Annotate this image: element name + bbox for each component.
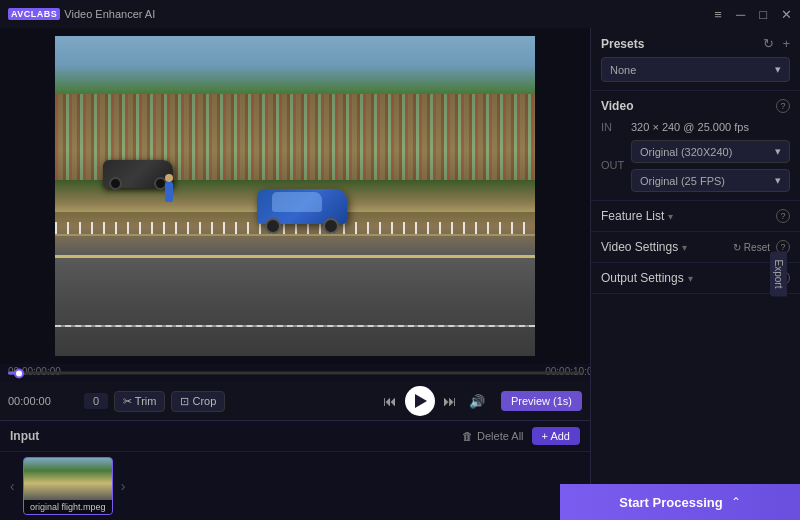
timeline-bar[interactable]: 00:00:00:00 00:00:10:08	[0, 364, 590, 382]
car-blue-wheel-rear	[265, 218, 281, 234]
output-settings-title: Output Settings	[601, 271, 684, 285]
input-header: Input 🗑 Delete All + Add	[0, 421, 590, 452]
fps-chevron-icon: ▾	[775, 174, 781, 187]
track-line-3	[55, 325, 535, 327]
titlebar: AVCLABS Video Enhancer AI ≡ ─ □ ✕	[0, 0, 800, 28]
right-panel: Presets ↻ + None ▾ Video ? IN 320 × 240 …	[590, 28, 800, 520]
refresh-icon[interactable]: ↻	[763, 36, 774, 51]
fps-value: Original (25 FPS)	[640, 175, 725, 187]
prev-btn[interactable]: ⏮	[379, 391, 401, 411]
add-btn[interactable]: + Add	[532, 427, 580, 445]
preset-dropdown[interactable]: None ▾	[601, 57, 790, 82]
racing-scene	[55, 36, 535, 356]
input-title: Input	[10, 429, 39, 443]
resolution-value: Original (320X240)	[640, 146, 732, 158]
play-icon	[415, 394, 427, 408]
video-settings-collapsible: Video Settings ▾ ↻ Reset ?	[591, 232, 800, 263]
presets-icons: ↻ +	[763, 36, 790, 51]
feature-list-header[interactable]: Feature List ▾ ?	[601, 209, 790, 223]
output-settings-header[interactable]: Output Settings ▾ ?	[601, 271, 790, 285]
chevron-down-icon: ▾	[775, 63, 781, 76]
presets-header: Presets ↻ +	[601, 36, 790, 51]
timeline-thumb[interactable]	[14, 368, 24, 378]
video-section-header: Video ?	[601, 99, 790, 113]
feature-list-title: Feature List	[601, 209, 664, 223]
menu-btn[interactable]: ≡	[714, 8, 722, 21]
feature-list-chevron-icon: ▾	[668, 211, 673, 222]
video-area	[0, 28, 590, 364]
export-tab[interactable]: Export	[770, 252, 787, 297]
delete-all-btn[interactable]: 🗑 Delete All	[462, 427, 523, 445]
preset-value: None	[610, 64, 636, 76]
feature-list-help-icon[interactable]: ?	[776, 209, 790, 223]
scroll-right-arrow[interactable]: ›	[117, 474, 130, 498]
video-thumbnail[interactable]: original flight.mpeg	[23, 457, 113, 515]
maximize-btn[interactable]: □	[759, 8, 767, 21]
car-blue-wheel-front	[323, 218, 339, 234]
input-actions: 🗑 Delete All + Add	[462, 427, 580, 445]
play-btn[interactable]	[405, 386, 435, 416]
out-label: OUT	[601, 159, 623, 171]
video-settings-header[interactable]: Video Settings ▾ ↻ Reset ?	[601, 240, 790, 254]
resolution-dropdown[interactable]: Original (320X240) ▾	[631, 140, 790, 163]
add-preset-icon[interactable]: +	[782, 36, 790, 51]
in-value: 320 × 240 @ 25.000 fps	[631, 121, 749, 133]
app-logo: AVCLABS Video Enhancer AI	[8, 8, 155, 20]
crop-btn[interactable]: ⊡ Crop	[171, 391, 225, 412]
frame-display: 0	[84, 393, 108, 409]
input-section: Input 🗑 Delete All + Add ‹ original flig…	[0, 420, 590, 520]
video-frame	[55, 36, 535, 356]
scroll-left-arrow[interactable]: ‹	[6, 474, 19, 498]
start-processing-chevron-icon: ⌃	[731, 495, 741, 509]
car-dark-wheel-rear	[109, 177, 122, 190]
start-processing-label: Start Processing	[619, 495, 722, 510]
playback-controls: ⏮ ⏭ 🔊 Preview (1s)	[379, 386, 582, 416]
controls-bar: 00:00:00 0 ✂ Trim ⊡ Crop ⏮ ⏭ 🔊 Preview (…	[0, 382, 590, 420]
logo-box: AVCLABS	[8, 8, 60, 20]
presets-title: Presets	[601, 37, 644, 51]
start-processing-btn[interactable]: Start Processing ⌃	[560, 484, 800, 520]
time-display: 00:00:00	[8, 395, 78, 407]
preview-btn[interactable]: Preview (1s)	[501, 391, 582, 411]
car-blue-main	[257, 189, 347, 234]
main-container: 00:00:00:00 00:00:10:08 00:00:00 0 ✂ Tri…	[0, 28, 800, 520]
person-figure	[165, 182, 173, 202]
thumbnail-label: original flight.mpeg	[24, 500, 112, 514]
video-in-out: IN 320 × 240 @ 25.000 fps OUT Original (…	[601, 121, 790, 192]
video-out-row: OUT Original (320X240) ▾ Original (25 FP…	[601, 138, 790, 192]
window-controls: ≡ ─ □ ✕	[714, 8, 792, 21]
trash-icon: 🗑	[462, 430, 473, 442]
close-btn[interactable]: ✕	[781, 8, 792, 21]
timeline-track[interactable]	[8, 372, 582, 375]
grandstand	[55, 36, 535, 180]
video-help-icon[interactable]: ?	[776, 99, 790, 113]
video-settings-section: Video ? IN 320 × 240 @ 25.000 fps OUT Or…	[591, 91, 800, 201]
output-settings-chevron-icon: ▾	[688, 273, 693, 284]
presets-section: Presets ↻ + None ▾	[591, 28, 800, 91]
trim-btn[interactable]: ✂ Trim	[114, 391, 165, 412]
video-section-title: Video	[601, 99, 633, 113]
output-settings-section: Output Settings ▾ ?	[591, 263, 800, 294]
left-panel: 00:00:00:00 00:00:10:08 00:00:00 0 ✂ Tri…	[0, 28, 590, 520]
video-in-row: IN 320 × 240 @ 25.000 fps	[601, 121, 790, 133]
thumbnail-preview	[24, 458, 112, 500]
video-settings-chevron-icon: ▾	[682, 242, 687, 253]
minimize-btn[interactable]: ─	[736, 8, 745, 21]
input-scroll-area: ‹ original flight.mpeg ›	[0, 452, 590, 520]
feature-list-section: Feature List ▾ ?	[591, 201, 800, 232]
reset-btn[interactable]: ↻ Reset	[733, 242, 770, 253]
track-line-1	[55, 255, 535, 258]
app-title: Video Enhancer AI	[64, 8, 155, 20]
video-settings-left: Video Settings ▾	[601, 240, 687, 254]
fps-dropdown[interactable]: Original (25 FPS) ▾	[631, 169, 790, 192]
feature-list-left: Feature List ▾	[601, 209, 673, 223]
resolution-chevron-icon: ▾	[775, 145, 781, 158]
volume-btn[interactable]: 🔊	[465, 392, 489, 411]
output-settings-left: Output Settings ▾	[601, 271, 693, 285]
car-dark	[103, 160, 173, 190]
in-label: IN	[601, 121, 623, 133]
next-btn[interactable]: ⏭	[439, 391, 461, 411]
video-settings-title: Video Settings	[601, 240, 678, 254]
